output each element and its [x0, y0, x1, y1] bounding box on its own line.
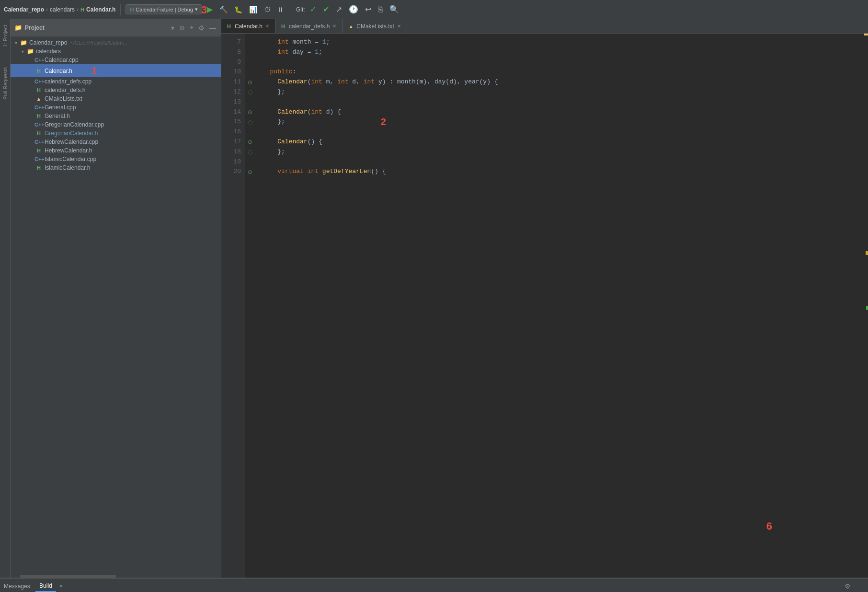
project-panel-add[interactable]: ⊕	[178, 23, 186, 33]
fold-marker-17[interactable]: ⊙	[245, 137, 255, 147]
tab-defs-h-close[interactable]: ✕	[332, 23, 336, 29]
git-revert-button[interactable]: ↩	[363, 4, 373, 15]
tree-file-calendar-defs-h[interactable]: ▸ H calendar_defs.h	[11, 86, 221, 94]
tree-file-hebrew-cpp[interactable]: ▸ C++ HebrewCalendar.cpp	[11, 138, 221, 146]
bottom-panel: Messages: Build ✕ ⚙ — ⏹ ▲ ▼ ≡ 📌 ========…	[0, 578, 868, 592]
keyword-public: public	[270, 67, 293, 77]
ln-14: 14	[221, 107, 245, 117]
fold-marker-15[interactable]: ◌	[245, 117, 255, 127]
tree-folder-calendars[interactable]: ▾ 📁 calendars	[11, 47, 221, 56]
project-panel-minimize[interactable]: —	[208, 23, 217, 33]
debug-button[interactable]: 🐛	[232, 5, 244, 14]
tree-file-islamic-cpp[interactable]: ▸ C++ IslamicCalendar.cpp	[11, 155, 221, 163]
annotation-2: 2	[381, 117, 386, 127]
ln-15: 15	[221, 117, 245, 127]
build-tab-label[interactable]: Build	[35, 580, 56, 592]
tree-file-calendar-cpp[interactable]: ▸ C++ Calendar.cpp	[11, 56, 221, 64]
tab-calendar-h-icon: H	[227, 23, 231, 29]
code-editor[interactable]: 7 8 9 10 11 12 13 14 15 16 17 18 19 20	[221, 34, 868, 578]
breadcrumb-file-icon: H	[80, 7, 84, 12]
build-tab-close[interactable]: ✕	[59, 583, 63, 589]
code-line-16	[263, 127, 862, 137]
git-commit-button[interactable]: ✔	[321, 4, 331, 15]
tab-calendar-h-close[interactable]: ✕	[265, 23, 269, 29]
calendar-h-label: Calendar.h	[45, 68, 72, 74]
stop-button[interactable]: ⏸	[275, 5, 286, 14]
coverage-button[interactable]: 📊	[247, 5, 259, 14]
ln-18: 18	[221, 147, 245, 157]
gregorian-h-icon: H	[34, 130, 43, 137]
pull-requests-strip-icon[interactable]: Pull Requests	[1, 65, 9, 102]
build-button[interactable]: 🔨	[217, 5, 229, 14]
run-config-selector[interactable]: H CalendarFixture | Debug ▾	[126, 4, 202, 14]
tree-file-hebrew-h[interactable]: ▸ H HebrewCalendar.h	[11, 146, 221, 155]
keyword-int-11b: int	[337, 77, 348, 87]
num-1-7: 1	[322, 37, 326, 47]
code-line-11: Calendar ( int m, int d, int y) : month(…	[263, 77, 862, 87]
breadcrumb-folder[interactable]: calendars	[50, 6, 75, 13]
code-line-9	[263, 58, 862, 68]
fold-marker-14[interactable]: ⊙	[245, 107, 255, 117]
tab-calendar-h[interactable]: H Calendar.h ✕	[221, 19, 275, 33]
search-everywhere-button[interactable]: 🔍	[388, 4, 401, 15]
breadcrumb-file[interactable]: Calendar.h	[86, 6, 115, 13]
tree-file-islamic-h[interactable]: ▸ H IslamicCalendar.h	[11, 163, 221, 172]
tab-cmake-icon: ▲	[348, 23, 354, 29]
breadcrumb-repo[interactable]: Calendar_repo	[4, 6, 44, 13]
tab-cmake-close[interactable]: ✕	[397, 23, 401, 29]
tree-scrollbar[interactable]	[11, 574, 221, 578]
tree-file-gregorian-cpp[interactable]: ▸ C++ GregorianCalendar.cpp	[11, 120, 221, 129]
breadcrumb-sep2: ›	[77, 6, 79, 13]
tree-file-calendar-defs-cpp[interactable]: ▸ C++ calendar_defs.cpp	[11, 77, 221, 86]
git-shelve-button[interactable]: ⎘	[376, 4, 385, 15]
tree-file-calendar-h[interactable]: ▸ H Calendar.h 1	[11, 64, 221, 77]
code-line-8: int day = 1 ;	[263, 47, 862, 58]
tab-cmake[interactable]: ▲ CMakeLists.txt ✕	[343, 19, 407, 33]
fold-marker-20[interactable]: ⊙	[245, 167, 255, 177]
ln-16: 16	[221, 127, 245, 137]
git-check-button[interactable]: ✓	[308, 4, 318, 15]
code-content[interactable]: int month = 1 ; int day = 1 ;	[255, 34, 862, 578]
project-strip-icon[interactable]: 1: Project	[1, 23, 9, 49]
tree-file-cmake[interactable]: ▸ ▲ CMakeLists.txt	[11, 94, 221, 103]
project-panel-header: 📁 Project ▾ ⊕ ⌖ ⚙ —	[11, 19, 221, 36]
tree-file-general-h[interactable]: ▸ H General.h	[11, 112, 221, 120]
islamic-h-label: IslamicCalendar.h	[45, 164, 90, 171]
ln-9: 9	[221, 58, 245, 68]
ln-10: 10	[221, 67, 245, 77]
bottom-gear-button[interactable]: ⚙	[844, 581, 852, 591]
editor-right-gutter	[862, 34, 868, 578]
fold-marker-18[interactable]: ◌	[245, 147, 255, 157]
git-history-button[interactable]: 🕐	[347, 4, 360, 15]
git-push-button[interactable]: ↗	[334, 4, 344, 15]
keyword-int-11a: int	[311, 77, 322, 87]
tab-calendar-defs-h[interactable]: H calendar_defs.h ✕	[275, 19, 343, 33]
tree-file-general-cpp[interactable]: ▸ C++ General.cpp	[11, 103, 221, 112]
tree-root[interactable]: ▾ 📁 Calendar_repo ~/CLionProjects/Calen.…	[11, 38, 221, 47]
gregorian-h-label: GregorianCalendar.h	[45, 130, 98, 137]
run-config-label: CalendarFixture | Debug	[136, 7, 193, 12]
profile-button[interactable]: ⏱	[262, 5, 273, 14]
tree-file-gregorian-h[interactable]: ▸ H GregorianCalendar.h	[11, 129, 221, 138]
ln-13: 13	[221, 97, 245, 107]
build-tab[interactable]: Build ✕	[35, 580, 63, 592]
keyword-int-14: int	[311, 107, 322, 117]
project-panel-scroll-from-source[interactable]: ⌖	[189, 23, 194, 33]
project-panel-dropdown[interactable]: ▾	[170, 23, 175, 33]
bottom-minimize-button[interactable]: —	[856, 581, 864, 591]
tab-cmake-label: CMakeLists.txt	[356, 23, 394, 30]
gutter-warning-mid	[866, 251, 868, 255]
islamic-cpp-icon: C++	[34, 156, 43, 163]
keyword-int-20: int	[308, 167, 319, 177]
fold-marker-11[interactable]: ⊙	[245, 77, 255, 87]
git-label: Git:	[296, 6, 305, 13]
defs-cpp-icon: C++	[34, 78, 43, 85]
fold-marker-12[interactable]: ◌	[245, 87, 255, 97]
islamic-h-icon: H	[34, 164, 43, 171]
project-panel-gear[interactable]: ⚙	[197, 23, 206, 33]
constructor-calendar-11: Calendar	[277, 77, 307, 87]
root-folder-icon: 📁	[19, 39, 28, 46]
annotation-3: 3	[201, 4, 207, 16]
general-h-label: General.h	[45, 113, 70, 119]
var-month: month	[292, 37, 311, 47]
